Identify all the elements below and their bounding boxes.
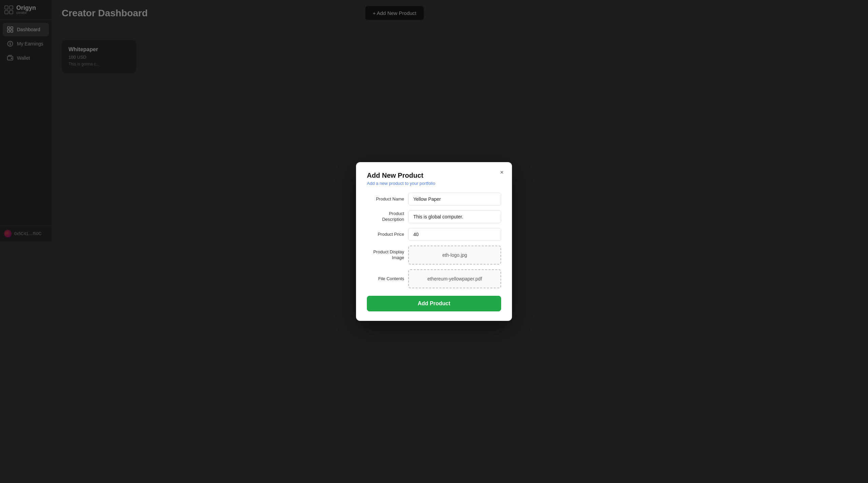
product-description-row: Product Description	[367, 210, 434, 223]
modal-overlay[interactable]: × Add New Product Add a new product to y…	[0, 0, 434, 242]
product-name-input[interactable]	[408, 193, 434, 206]
product-price-label: Product Price	[367, 232, 404, 237]
modal-title: Add New Product	[367, 172, 434, 179]
add-product-modal: × Add New Product Add a new product to y…	[356, 162, 434, 242]
product-price-row: Product Price	[367, 228, 434, 241]
modal-subtitle: Add a new product to your portfolio	[367, 181, 434, 186]
product-description-input[interactable]	[408, 210, 434, 223]
product-description-label: Product Description	[367, 211, 404, 223]
product-name-row: Product Name	[367, 193, 434, 206]
modal-header: Add New Product Add a new product to you…	[367, 172, 434, 186]
product-price-input[interactable]	[408, 228, 434, 241]
product-name-label: Product Name	[367, 196, 404, 202]
